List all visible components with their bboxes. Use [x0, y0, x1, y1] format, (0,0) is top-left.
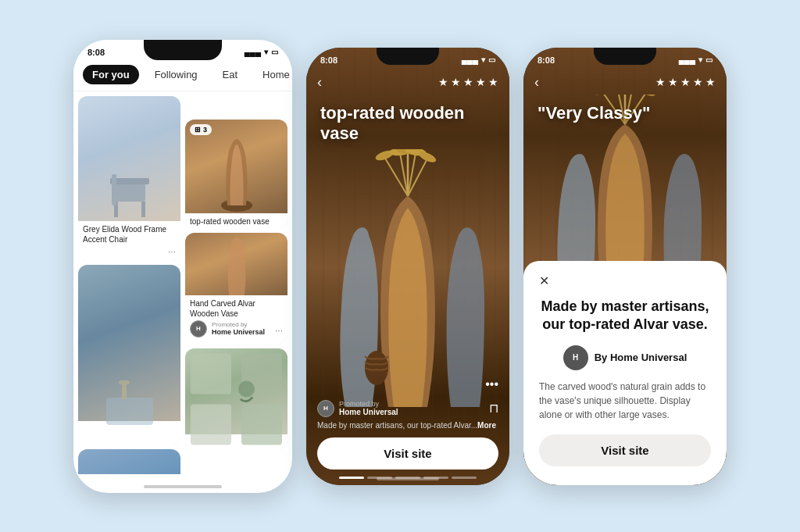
notch-2 — [377, 48, 439, 65]
tab-for-you[interactable]: For you — [83, 65, 139, 84]
card-bath[interactable]: ··· — [78, 449, 180, 474]
visit-site-btn-3[interactable]: Visit site — [539, 434, 711, 466]
star-2: ★ — [451, 76, 461, 88]
promoted-row-2: H Promoted by Home Universal ⊓ — [317, 400, 498, 417]
promoted-brand: Home Universal — [212, 328, 265, 336]
star-5: ★ — [488, 76, 498, 88]
wifi-icon-2: ▾ — [481, 55, 485, 64]
feed-grid: Grey Elida Wood Frame Accent Chair ··· — [73, 91, 292, 474]
time-2: 8:08 — [320, 55, 338, 65]
carved-meta: H Promoted by Home Universal ··· — [185, 320, 288, 344]
home-indicator-2 — [377, 477, 439, 480]
promoted-by-2: Promoted by — [339, 400, 398, 408]
carved-dots[interactable]: ··· — [275, 325, 283, 336]
product-bg-3: 8:08 ▄▄▄ ▾ ▭ ‹ ★ ★ ★ ★ ★ — [523, 48, 727, 485]
status-icons-3: ▄▄▄ ▾ ▭ — [679, 55, 712, 64]
modal-sheet: ✕ Made by master artisans, our top-rated… — [523, 261, 727, 485]
modal-title: Made by master artisans, our top-rated A… — [539, 298, 711, 334]
battery-icon-2: ▭ — [488, 55, 495, 64]
card-tiles[interactable] — [185, 348, 288, 450]
carved-label: Hand Carved Alvar Wooden Vase — [185, 295, 288, 320]
star-4: ★ — [476, 76, 486, 88]
stars-row-3: ★ ★ ★ ★ ★ — [655, 76, 716, 88]
card-sink[interactable] — [78, 265, 180, 445]
back-button-3[interactable]: ‹ — [534, 74, 539, 91]
product-title-3: "Very Classy" — [523, 97, 727, 130]
phone-2-product-detail: 8:08 ▄▄▄ ▾ ▭ ‹ ★ ★ ★ ★ ★ — [306, 48, 509, 485]
notch-1 — [144, 40, 222, 60]
star3-1: ★ — [655, 76, 666, 88]
signal-icon-2: ▄▄▄ — [462, 55, 478, 64]
tab-home-decor[interactable]: Home decor — [253, 65, 292, 84]
promoted-by-label: Promoted by — [212, 321, 265, 328]
vase-thumb-label: top-rated wooden vase — [185, 213, 288, 228]
svg-rect-3 — [141, 202, 145, 217]
star3-4: ★ — [693, 76, 703, 88]
star-1: ★ — [438, 76, 448, 88]
modal-brand-logo: H — [563, 345, 588, 370]
battery-icon-3: ▭ — [705, 55, 712, 64]
product-bg: 8:08 ▄▄▄ ▾ ▭ ‹ ★ ★ ★ ★ ★ — [306, 48, 509, 485]
carved-avatar: H — [190, 320, 207, 337]
svg-point-19 — [238, 380, 255, 397]
bookmark-btn[interactable]: ⊓ — [489, 401, 498, 416]
phone-1-pinterest-feed: 8:08 ▄▄▄ ▾ ▭ For you Following Eat Home … — [73, 40, 292, 493]
three-dots-2[interactable]: ••• — [485, 377, 498, 391]
product-footer: H Promoted by Home Universal ⊓ Made by m… — [306, 392, 509, 485]
product-header-3: ‹ ★ ★ ★ ★ ★ — [523, 68, 727, 97]
battery-icon-1: ▭ — [271, 48, 278, 56]
tab-following[interactable]: Following — [145, 65, 207, 84]
signal-icon-3: ▄▄▄ — [679, 55, 695, 64]
brand-avatar-2: H — [317, 400, 334, 417]
svg-rect-7 — [119, 380, 130, 384]
svg-rect-17 — [191, 404, 231, 445]
card-hand-carved[interactable]: Hand Carved Alvar Wooden Vase H Promoted… — [185, 233, 288, 344]
time-3: 8:08 — [538, 55, 555, 65]
svg-rect-6 — [122, 382, 127, 399]
svg-rect-0 — [114, 182, 145, 202]
stars-row-2: ★ ★ ★ ★ ★ — [438, 76, 498, 88]
wifi-icon-1: ▾ — [264, 48, 268, 56]
modal-brand-name: By Home Universal — [595, 352, 688, 363]
modal-brand-row: H By Home Universal — [539, 345, 711, 370]
back-button-2[interactable]: ‹ — [317, 74, 322, 91]
modal-description: The carved wood's natural grain adds to … — [539, 380, 711, 422]
more-link[interactable]: More — [477, 421, 496, 430]
product-title-2: top-rated wooden vase — [306, 97, 509, 151]
star3-5: ★ — [705, 76, 716, 88]
svg-rect-4 — [112, 174, 116, 205]
signal-icon-1: ▄▄▄ — [245, 48, 261, 56]
svg-rect-15 — [191, 353, 231, 394]
vase-badge: ⊞3 — [190, 124, 212, 135]
visit-site-btn-2[interactable]: Visit site — [317, 437, 498, 470]
star-3: ★ — [463, 76, 473, 88]
star3-2: ★ — [668, 76, 678, 88]
chair-dots[interactable]: ··· — [168, 246, 176, 257]
product-desc: Made by master artisans, our top-rated A… — [317, 420, 498, 431]
product-overlay: 8:08 ▄▄▄ ▾ ▭ ‹ ★ ★ ★ ★ ★ — [306, 48, 509, 485]
status-icons-1: ▄▄▄ ▾ ▭ — [245, 48, 278, 56]
card-vase-thumb[interactable]: ⊞3 top-rated wooden vase — [185, 120, 288, 228]
chair-label: Grey Elida Wood Frame Accent Chair — [78, 221, 180, 246]
star3-3: ★ — [680, 76, 691, 88]
brand-name-2: Home Universal — [339, 408, 398, 416]
wifi-icon-3: ▾ — [698, 55, 702, 64]
svg-rect-18 — [241, 404, 282, 445]
svg-rect-5 — [106, 398, 153, 425]
tab-bar: For you Following Eat Home decor — [73, 60, 292, 91]
chair-meta: ··· — [78, 246, 180, 260]
home-indicator-1 — [144, 485, 222, 488]
card-chair[interactable]: Grey Elida Wood Frame Accent Chair ··· — [78, 96, 180, 260]
modal-close-btn[interactable]: ✕ — [539, 273, 711, 288]
time-1: 8:08 — [88, 48, 105, 57]
notch-3 — [594, 48, 656, 65]
tab-eat[interactable]: Eat — [213, 65, 248, 84]
phone-3-modal: 8:08 ▄▄▄ ▾ ▭ ‹ ★ ★ ★ ★ ★ — [523, 48, 727, 485]
product-header: ‹ ★ ★ ★ ★ ★ — [306, 68, 509, 97]
status-icons-2: ▄▄▄ ▾ ▭ — [462, 55, 495, 64]
